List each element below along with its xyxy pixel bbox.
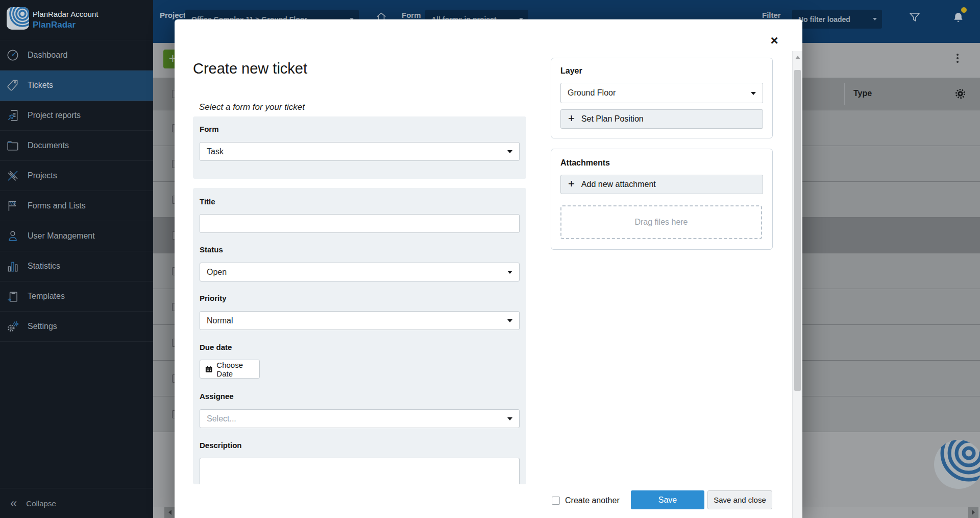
chevron-down-icon <box>507 271 512 274</box>
sidebar-item-tickets[interactable]: Tickets <box>0 70 153 101</box>
calendar-icon <box>205 365 212 373</box>
type-cell: Misgiving <box>844 124 980 133</box>
folder-icon <box>6 139 19 152</box>
arrow-left-icon <box>168 510 172 515</box>
layer-card: Layer Ground Floor + Set Plan Position <box>551 58 773 138</box>
modal-scrollbar[interactable] <box>792 51 802 518</box>
set-plan-position-button[interactable]: + Set Plan Position <box>560 109 763 129</box>
form-label: Form <box>402 11 421 19</box>
status-label: Status <box>200 245 223 254</box>
chevron-down-icon <box>507 319 512 322</box>
project-reports-icon <box>6 109 19 122</box>
bell-notification-icon[interactable] <box>952 11 965 24</box>
type-cell: - <box>844 410 980 419</box>
file-dropzone[interactable]: Drag files here <box>560 205 762 239</box>
filter-selector[interactable]: No filter loaded <box>792 10 882 29</box>
sidebar: PlanRadar Account PlanRadar Dashboard Ti… <box>0 0 153 518</box>
ticket-tag-icon <box>6 79 19 92</box>
set-plan-position-label: Set Plan Position <box>581 114 644 124</box>
sidebar-item-label: Forms and Lists <box>28 201 86 210</box>
layer-select[interactable]: Ground Floor <box>560 83 763 103</box>
sidebar-item-user-management[interactable]: User Management <box>0 221 153 251</box>
filter-selector-value: No filter loaded <box>798 15 850 23</box>
type-cell: Hindrance <box>844 267 980 276</box>
type-cell: Defect <box>844 302 980 312</box>
priority-select[interactable]: Normal <box>200 311 520 330</box>
layer-select-value: Ground Floor <box>568 88 616 98</box>
description-textarea[interactable] <box>200 458 520 484</box>
choose-date-button[interactable]: Choose Date <box>200 360 260 379</box>
planradar-logo-icon <box>7 7 29 30</box>
save-button[interactable]: Save <box>631 490 704 509</box>
sidebar-item-forms-and-lists[interactable]: Forms and Lists <box>0 191 153 221</box>
user-icon <box>6 229 19 243</box>
sidebar-item-templates[interactable]: Templates <box>0 281 153 312</box>
form-field-label: Form <box>200 125 219 133</box>
plus-icon: + <box>568 178 575 190</box>
attachments-card: Attachments + Add new attachment Drag fi… <box>551 149 773 250</box>
sidebar-item-documents[interactable]: Documents <box>0 131 153 161</box>
scroll-left-button[interactable] <box>164 507 175 518</box>
chevron-down-icon <box>507 417 512 420</box>
sidebar-item-label: Settings <box>28 322 57 331</box>
create-another-label: Create another <box>565 496 620 505</box>
form-select[interactable]: Task <box>200 142 520 161</box>
sidebar-item-statistics[interactable]: Statistics <box>0 251 153 281</box>
sidebar-item-label: User Management <box>28 231 95 241</box>
notification-badge <box>961 7 967 13</box>
account-label: PlanRadar Account <box>33 10 98 18</box>
sidebar-collapse-button[interactable]: « Collapse <box>0 488 153 518</box>
create-ticket-modal: × Create new ticket Select a form for yo… <box>175 19 802 518</box>
scroll-up-arrow-icon[interactable] <box>795 56 800 59</box>
type-cell: - <box>844 195 980 204</box>
form-panel: Form Task <box>193 116 526 179</box>
collapse-label: Collapse <box>26 499 56 508</box>
brand-header: PlanRadar Account PlanRadar <box>0 0 153 40</box>
type-cell: - <box>844 374 980 383</box>
type-column-header[interactable]: Type <box>853 89 872 98</box>
projects-tools-icon <box>6 169 19 182</box>
type-cell: - <box>844 231 980 240</box>
dropzone-label: Drag files here <box>634 218 688 227</box>
type-cell: Warranty defect <box>844 159 980 169</box>
close-icon[interactable]: × <box>767 33 782 48</box>
status-select-value: Open <box>207 268 227 277</box>
assignee-select[interactable]: Select... <box>200 409 520 428</box>
dashboard-icon <box>6 49 19 62</box>
scroll-right-button[interactable] <box>968 507 978 518</box>
due-date-label: Due date <box>200 343 232 351</box>
scrollbar-thumb[interactable] <box>794 70 801 391</box>
sidebar-item-projects[interactable]: Projects <box>0 161 153 191</box>
gears-icon <box>6 320 19 333</box>
modal-title: Create new ticket <box>193 60 307 77</box>
sidebar-item-settings[interactable]: Settings <box>0 312 153 342</box>
save-and-close-button[interactable]: Save and close <box>707 490 772 509</box>
plus-icon: + <box>568 113 575 124</box>
column-divider <box>844 83 845 105</box>
add-attachment-button[interactable]: + Add new attachment <box>560 175 763 194</box>
chevron-down-icon <box>751 92 756 95</box>
sidebar-item-project-reports[interactable]: Project reports <box>0 101 153 131</box>
kebab-menu-icon[interactable] <box>957 54 959 63</box>
title-label: Title <box>200 197 215 206</box>
fields-panel: Title Status Open Priority Normal Due da… <box>193 188 526 484</box>
modal-footer: Create another Save Save and close <box>175 484 792 518</box>
priority-label: Priority <box>200 294 227 302</box>
column-settings-gear-icon[interactable] <box>954 88 966 100</box>
attachments-label: Attachments <box>560 158 610 168</box>
sidebar-item-label: Documents <box>28 141 69 150</box>
title-input[interactable] <box>200 214 520 233</box>
assignee-label: Assignee <box>200 392 234 401</box>
collapse-chevron-icon: « <box>10 497 17 509</box>
modal-subtitle: Select a form for your ticket <box>199 102 305 112</box>
sidebar-item-dashboard[interactable]: Dashboard <box>0 40 153 70</box>
funnel-filter-icon[interactable] <box>909 11 921 23</box>
priority-select-value: Normal <box>207 316 233 325</box>
account-name[interactable]: PlanRadar <box>33 20 76 30</box>
create-another-checkbox[interactable] <box>552 497 560 505</box>
planradar-watermark-logo <box>933 439 980 490</box>
sidebar-item-label: Project reports <box>28 111 81 120</box>
sidebar-item-label: Projects <box>28 171 57 180</box>
status-select[interactable]: Open <box>200 263 520 281</box>
chevron-down-icon <box>873 18 877 20</box>
